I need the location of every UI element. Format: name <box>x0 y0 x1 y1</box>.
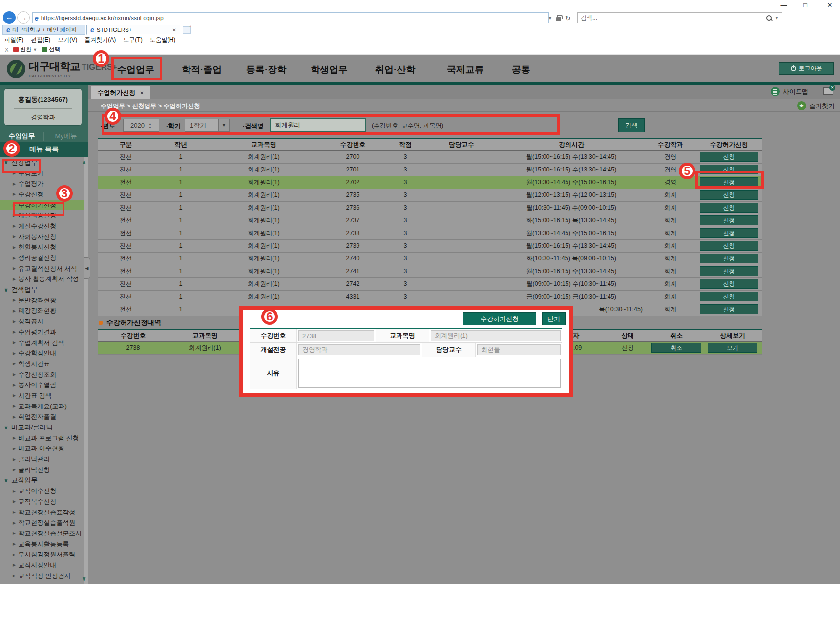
sidebar-item[interactable]: ▶수강포기 <box>0 168 88 179</box>
apply-button[interactable]: 신청 <box>700 203 758 213</box>
nav-records[interactable]: 학적·졸업 <box>182 64 222 76</box>
course-row[interactable]: 전선1회계원리(1)27383월(13:30~14:45) 수(15:00~16… <box>98 227 762 239</box>
apply-button[interactable]: 신청 <box>700 304 758 314</box>
sidebar-item[interactable]: ▶교과목개요(교과) <box>0 401 88 412</box>
convert-dropdown-icon[interactable]: ▼ <box>33 47 37 52</box>
tab-close-icon[interactable]: ✕ <box>172 27 176 33</box>
apply-button[interactable]: 신청 <box>700 228 758 238</box>
apply-button[interactable]: 신청 <box>700 254 758 263</box>
modal-reason-textarea[interactable] <box>298 359 561 388</box>
year-spinner[interactable]: 2020 ▲▼ <box>123 119 159 132</box>
sidebar-tab-my-menu[interactable]: My메뉴 <box>44 132 88 141</box>
apply-button[interactable]: 신청 <box>700 165 758 174</box>
sidebar-item[interactable]: ▶유고결석신청서 서식 <box>0 263 88 274</box>
apply-button[interactable]: 신청 <box>700 215 758 225</box>
course-row[interactable]: 전선1회계원리(1)27413월(15:00~16:15) 수(13:30~14… <box>98 265 762 277</box>
nav-registration[interactable]: 등록·장학 <box>246 64 286 76</box>
apply-button[interactable]: 신청 <box>700 177 758 187</box>
course-row[interactable]: 전선1회계원리(1)27423월(09:00~10:15) 수(10:30~11… <box>98 277 762 290</box>
sidebar-scrollbar[interactable] <box>84 157 88 584</box>
modal-prof-input[interactable]: 최현돌 <box>477 344 561 355</box>
nav-student-work[interactable]: 학생업무 <box>311 64 348 76</box>
keyword-input[interactable]: 회계원리 <box>270 118 366 132</box>
sidebar-item[interactable]: ▶무시험검정원서출력 <box>0 549 88 560</box>
select-button[interactable]: 선택 <box>42 46 60 53</box>
course-row[interactable]: 전선1회계원리(1)27363월(10:30~11:45) 수(09:00~10… <box>98 201 762 214</box>
logout-button[interactable]: 로그아웃 <box>779 62 834 75</box>
sidebar-item[interactable]: ▶수강학점안내 <box>0 348 88 359</box>
search-dropdown-icon[interactable]: ▼ <box>775 16 779 21</box>
sidebar-item[interactable]: ▶계설희망신청 <box>0 210 88 221</box>
sidebar-item[interactable]: ▶분반강좌현황 <box>0 295 88 306</box>
sidebar-item[interactable]: ▶교육봉사활동등록 <box>0 539 88 550</box>
browser-tab-main-page[interactable]: e 대구대학교 + 메인 페이지 <box>2 25 85 35</box>
sidebar-item[interactable]: ▶시간표 검색 <box>0 390 88 401</box>
sidebar-item[interactable]: ▶수업계획서 검색 <box>0 338 88 348</box>
sidebar-item[interactable]: ▶헌혈봉사신청 <box>0 242 88 253</box>
sidebar-item[interactable]: ▶취업전자출결 <box>0 412 88 423</box>
window-minimize-icon[interactable]: — <box>777 1 791 10</box>
sidebar-item[interactable]: ▶비교과 프로그램 신청 <box>0 433 88 444</box>
select-dropdown-icon[interactable]: ▼ <box>218 119 229 131</box>
sidebar-tab-course-work[interactable]: 수업업무 <box>0 132 44 141</box>
course-row[interactable]: 전선1회계원리(1)27353월(12:00~13:15) 수(12:00~13… <box>98 189 762 201</box>
semester-select[interactable]: 1학기 ▼ <box>185 119 230 132</box>
browser-tab-stdtigers[interactable]: e STDTIGERS+ ✕ <box>86 25 180 35</box>
sidebar-item[interactable]: ▶봉사 활동계획서 작성 <box>0 274 88 285</box>
sidebar-collapse-handle[interactable]: ◀ <box>84 257 90 279</box>
apply-button[interactable]: 신청 <box>700 292 758 301</box>
nav-common[interactable]: 공통 <box>512 64 530 76</box>
course-row[interactable]: 전선1회계원리(1)27403화(10:30~11:45) 목(09:00~10… <box>98 252 762 265</box>
page-tab-course-permission[interactable]: 수업허가신청 ✕ <box>91 86 150 99</box>
modal-apply-button[interactable]: 수강허가신청 <box>463 312 536 325</box>
course-row[interactable]: 전선1회계원리(1)27373화(15:00~16:15) 목(13:30~14… <box>98 214 762 227</box>
modal-course-no-input[interactable]: 2738 <box>298 330 374 341</box>
apply-button[interactable]: 신청 <box>700 241 758 251</box>
apply-button[interactable]: 신청 <box>700 152 758 162</box>
nav-international[interactable]: 국제교류 <box>447 64 484 76</box>
pdf-convert-button[interactable]: 변환 ▼ <box>13 46 37 53</box>
course-row[interactable]: 전선1회계원리(1)27013월(15:00~16:15) 수(13:30~14… <box>98 163 762 176</box>
url-dropdown-icon[interactable]: ▼ <box>548 16 552 21</box>
search-icon[interactable] <box>766 15 772 21</box>
menu-favorites[interactable]: 즐겨찾기(A) <box>84 36 116 44</box>
browser-search-box[interactable]: 검색... ▼ <box>577 12 782 23</box>
modal-major-input[interactable]: 경영학과 <box>298 344 420 355</box>
nav-course-work[interactable]: 수업업무 <box>117 64 154 76</box>
window-maximize-icon[interactable]: □ <box>798 1 813 10</box>
sidebar-item[interactable]: ▶학생시간표 <box>0 359 88 369</box>
sidebar-item[interactable]: ∨교직업무 <box>0 475 88 486</box>
new-tab-button[interactable] <box>183 26 191 34</box>
sidebar-item[interactable]: ▶클리닉신청 <box>0 465 88 475</box>
sidebar-item[interactable]: ▶폐강강좌현황 <box>0 306 88 317</box>
course-row[interactable]: 전선1회계원리(1)27393월(15:00~16:15) 수(13:30~14… <box>98 239 762 252</box>
sidebar-item[interactable]: ▶학교현장실습표작성 <box>0 507 88 518</box>
apply-button[interactable]: 신청 <box>700 279 758 289</box>
menu-help[interactable]: 도움말(H) <box>150 36 176 44</box>
spinner-arrows-icon[interactable]: ▲▼ <box>148 122 152 129</box>
course-row[interactable]: 전선1회계원리(1)43313금(09:00~10:15) 금(10:30~11… <box>98 290 762 303</box>
sidebar-item[interactable]: ▶클리닉관리 <box>0 454 88 465</box>
sidebar-item[interactable]: ▶수강신청조회 <box>0 369 88 380</box>
sidebar-item[interactable]: ▶수업평가결과 <box>0 327 88 338</box>
sidebar-item[interactable]: ▶계절수강신청 <box>0 221 88 232</box>
favorites-link[interactable]: ★ 즐겨찾기 <box>797 101 835 110</box>
browser-forward-button[interactable]: → <box>17 11 30 24</box>
sidebar-item[interactable]: ▶성적공시 <box>0 316 88 327</box>
sidebar-item[interactable]: ▶교직적성 인성검사 <box>0 571 88 581</box>
sidebar-item[interactable]: ▶생리공결신청 <box>0 253 88 263</box>
url-field[interactable]: e https://tigersstd.daegu.ac.kr/nxrun/ss… <box>32 12 549 23</box>
toolbar-close-icon[interactable]: X <box>5 47 8 53</box>
sidebar-item[interactable]: ∨검색업무 <box>0 284 88 295</box>
sidebar-item[interactable]: ▶비교과 이수현황 <box>0 444 88 454</box>
menu-tools[interactable]: 도구(T) <box>123 36 142 44</box>
sidebar-item[interactable]: ∨비교과/클리닉 <box>0 422 88 433</box>
menu-file[interactable]: 파일(F) <box>4 36 23 44</box>
window-close-icon[interactable]: ✕ <box>822 1 837 10</box>
apply-button[interactable]: 신청 <box>700 266 758 276</box>
menu-edit[interactable]: 편집(E) <box>31 36 50 44</box>
sidebar-item[interactable]: ▶교직복수신청 <box>0 496 88 507</box>
sidebar-item[interactable]: ▶학교현장실습출석원 <box>0 517 88 528</box>
view-button[interactable]: 보기 <box>708 343 757 353</box>
course-row[interactable]: 전선1회계원리(1)27023월(13:30~14:45) 수(15:00~16… <box>98 176 762 189</box>
